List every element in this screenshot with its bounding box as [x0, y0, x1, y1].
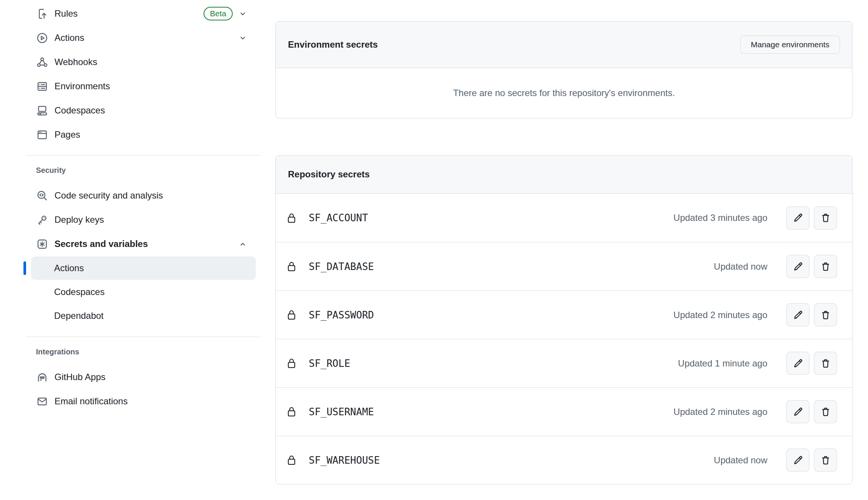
pencil-icon [792, 406, 804, 418]
key-asterisk-icon [36, 238, 48, 250]
lock-icon [287, 455, 296, 466]
codespaces-icon [36, 104, 48, 117]
trash-icon [820, 455, 831, 466]
secret-updated: Updated now [714, 261, 767, 272]
lock-icon [287, 406, 296, 417]
repository-secrets-panel: Repository secrets SF_ACCOUNT Updated 3 … [275, 155, 852, 484]
secret-row: SF_ROLE Updated 1 minute ago [276, 339, 852, 387]
delete-secret-button[interactable] [814, 207, 837, 230]
pencil-icon [792, 261, 804, 272]
secret-row: SF_USERNAME Updated 2 minutes ago [276, 387, 852, 436]
secret-updated: Updated now [714, 455, 767, 466]
sidebar-item-actions[interactable]: Actions [0, 26, 263, 50]
secret-updated: Updated 2 minutes ago [674, 310, 767, 320]
environment-secrets-empty-state: There are no secrets for this repository… [276, 68, 852, 118]
manage-environments-button[interactable]: Manage environments [740, 36, 840, 54]
beta-badge: Beta [204, 7, 233, 20]
trash-icon [820, 212, 831, 224]
pencil-icon [792, 358, 804, 369]
secret-name: SF_ACCOUNT [309, 212, 368, 224]
sidebar-item-label: Secrets and variables [54, 239, 148, 249]
sidebar-divider [26, 337, 261, 337]
sidebar-subitem-label: Dependabot [54, 311, 104, 321]
chevron-down-icon [238, 33, 247, 43]
sidebar-item-label: Webhooks [54, 57, 97, 67]
sidebar-item-label: Rules [54, 8, 78, 19]
mail-icon [36, 395, 48, 408]
rules-icon [36, 8, 48, 20]
settings-sidebar: Rules Beta Actions [0, 0, 263, 413]
pencil-icon [792, 455, 804, 466]
pencil-icon [792, 212, 804, 224]
secret-name: SF_USERNAME [309, 406, 374, 418]
lock-icon [287, 309, 296, 320]
sidebar-section-security: Security [36, 165, 263, 175]
sidebar-subitem-actions[interactable]: Actions [31, 256, 256, 280]
edit-secret-button[interactable] [786, 449, 809, 472]
repository-secrets-header: Repository secrets [276, 155, 852, 194]
secret-updated: Updated 2 minutes ago [674, 407, 767, 417]
delete-secret-button[interactable] [814, 303, 837, 326]
secret-row: SF_WAREHOUSE Updated now [276, 436, 852, 484]
sidebar-item-label: Code security and analysis [54, 190, 163, 201]
sidebar-subitem-label: Actions [54, 263, 84, 273]
trash-icon [820, 309, 831, 321]
server-icon [36, 80, 48, 93]
trash-icon [820, 261, 831, 272]
chevron-up-icon [238, 239, 247, 249]
edit-secret-button[interactable] [786, 303, 809, 326]
sidebar-section-integrations: Integrations [36, 346, 263, 357]
delete-secret-button[interactable] [814, 449, 837, 472]
sidebar-item-label: Codespaces [54, 105, 105, 116]
sidebar-item-label: Environments [54, 81, 110, 92]
delete-secret-button[interactable] [814, 255, 837, 278]
sidebar-subitem-label: Codespaces [54, 287, 104, 297]
sidebar-subitem-dependabot[interactable]: Dependabot [31, 304, 256, 328]
secret-name: SF_WAREHOUSE [309, 455, 380, 466]
panel-title: Repository secrets [288, 169, 370, 180]
sidebar-item-codespaces[interactable]: Codespaces [0, 98, 263, 123]
hubot-icon [36, 371, 48, 384]
browser-icon [36, 129, 48, 141]
secret-updated: Updated 3 minutes ago [674, 213, 767, 223]
sidebar-item-label: GitHub Apps [54, 372, 106, 382]
sidebar-subitem-codespaces[interactable]: Codespaces [31, 280, 256, 304]
play-icon [36, 32, 48, 44]
secret-row: SF_PASSWORD Updated 2 minutes ago [276, 290, 852, 339]
delete-secret-button[interactable] [814, 400, 837, 423]
sidebar-item-github-apps[interactable]: GitHub Apps [0, 365, 263, 389]
sidebar-item-deploy-keys[interactable]: Deploy keys [0, 208, 263, 232]
key-icon [36, 214, 48, 226]
lock-icon [287, 213, 296, 224]
secret-updated: Updated 1 minute ago [678, 358, 767, 369]
sidebar-item-secrets-and-variables[interactable]: Secrets and variables [0, 232, 263, 256]
panel-title: Environment secrets [288, 39, 378, 50]
edit-secret-button[interactable] [786, 255, 809, 278]
secret-row: SF_DATABASE Updated now [276, 242, 852, 290]
secret-name: SF_ROLE [309, 358, 350, 369]
environment-secrets-panel: Environment secrets Manage environments … [275, 21, 852, 118]
selected-indicator [23, 261, 26, 275]
secret-row: SF_ACCOUNT Updated 3 minutes ago [276, 194, 852, 242]
edit-secret-button[interactable] [786, 352, 809, 375]
sidebar-item-label: Email notifications [54, 396, 128, 407]
lock-icon [287, 261, 296, 272]
secret-name: SF_PASSWORD [309, 309, 374, 321]
sidebar-item-rules[interactable]: Rules Beta [0, 2, 263, 26]
code-scan-icon [36, 189, 48, 202]
lock-icon [287, 358, 296, 369]
webhook-icon [36, 56, 48, 68]
sidebar-item-label: Pages [54, 129, 80, 140]
sidebar-item-email-notifications[interactable]: Email notifications [0, 389, 263, 413]
trash-icon [820, 406, 831, 418]
edit-secret-button[interactable] [786, 400, 809, 423]
sidebar-item-pages[interactable]: Pages [0, 123, 263, 147]
delete-secret-button[interactable] [814, 352, 837, 375]
environment-secrets-header: Environment secrets Manage environments [276, 22, 852, 68]
edit-secret-button[interactable] [786, 207, 809, 230]
sidebar-item-environments[interactable]: Environments [0, 74, 263, 98]
sidebar-item-webhooks[interactable]: Webhooks [0, 50, 263, 74]
sidebar-divider [26, 155, 261, 155]
sidebar-item-code-security[interactable]: Code security and analysis [0, 183, 263, 208]
sidebar-item-label: Deploy keys [54, 214, 104, 225]
